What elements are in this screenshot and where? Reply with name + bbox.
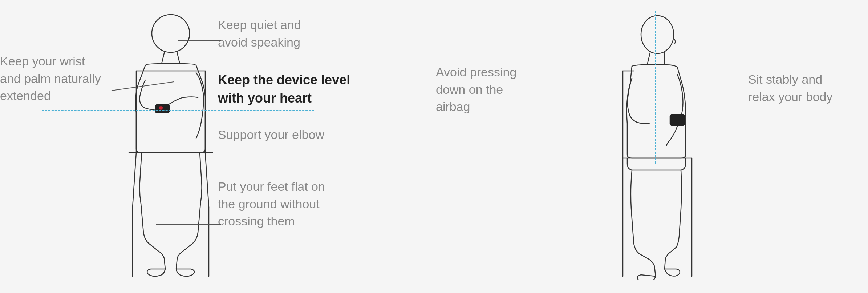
svg-line-4 <box>133 153 136 207</box>
label-keep-quiet: Keep quiet andavoid speaking <box>218 16 301 51</box>
right-figure-svg <box>552 7 726 280</box>
dashed-line-heart-left <box>42 110 314 111</box>
svg-point-0 <box>152 15 190 52</box>
label-support-elbow: Support your elbow <box>218 126 324 144</box>
dashed-line-posture <box>655 11 656 164</box>
svg-point-12 <box>641 16 674 53</box>
svg-rect-15 <box>670 115 685 125</box>
label-sit-stably: Sit stably andrelax your body <box>748 71 832 105</box>
svg-line-13 <box>647 53 650 65</box>
label-keep-wrist: Keep your wristand palm naturallyextende… <box>0 53 113 105</box>
line-sit-stably <box>694 113 751 113</box>
line-feet-flat <box>156 224 221 225</box>
label-keep-device: Keep the device levelwith your heart <box>218 71 350 108</box>
line-support-elbow <box>169 132 220 132</box>
scene: Keep your wristand palm naturallyextende… <box>0 0 868 293</box>
main-container: Keep your wristand palm naturallyextende… <box>0 0 868 293</box>
svg-line-1 <box>162 52 165 64</box>
line-avoid-pressing <box>543 113 590 113</box>
line-keep-quiet <box>178 40 221 41</box>
label-avoid-pressing: Avoid pressingdown on theairbag <box>436 64 545 116</box>
label-feet-flat: Put your feet flat onthe ground withoutc… <box>218 178 325 230</box>
svg-line-2 <box>177 52 180 64</box>
svg-line-5 <box>205 153 209 207</box>
